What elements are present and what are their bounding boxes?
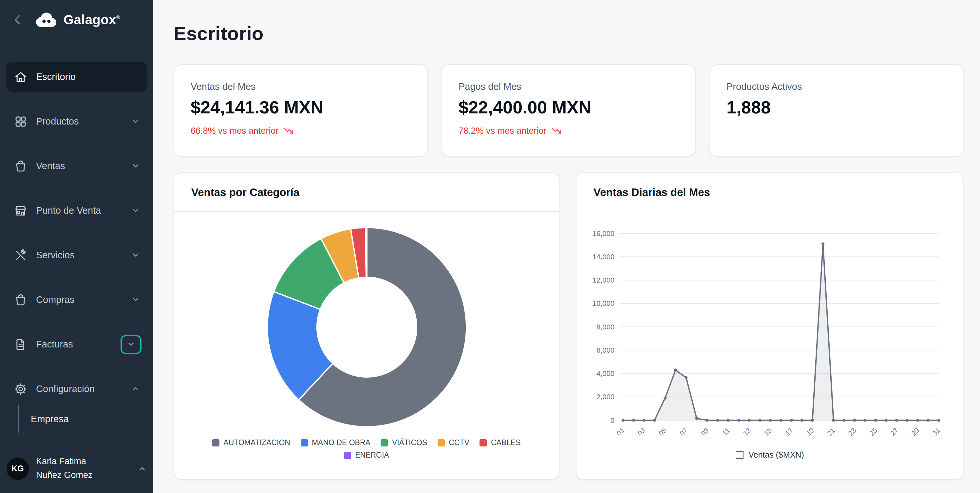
donut-legend-item[interactable]: ENERGIA xyxy=(344,452,389,459)
svg-text:07: 07 xyxy=(678,426,689,437)
shopping-bag-icon xyxy=(14,293,27,306)
svg-text:27: 27 xyxy=(889,426,899,437)
legend-checkbox[interactable] xyxy=(735,452,743,459)
line-chart-point[interactable] xyxy=(695,417,698,420)
user-menu[interactable]: KG Karla Fatima Nuñez Gomez xyxy=(6,455,148,482)
line-chart-point[interactable] xyxy=(906,419,908,422)
registered-mark: ® xyxy=(116,14,120,20)
page-title: Escritorio xyxy=(173,23,964,45)
line-chart-point[interactable] xyxy=(663,397,667,400)
sidebar-item-productos[interactable]: Productos xyxy=(6,106,147,136)
line-chart-legend[interactable]: Ventas ($MXN) xyxy=(576,451,963,460)
legend-swatch-icon xyxy=(301,439,308,447)
line-chart-point[interactable] xyxy=(895,419,898,422)
sidebar-item-ventas[interactable]: Ventas xyxy=(6,151,147,181)
stat-value: $24,141.36 MXN xyxy=(191,98,411,118)
sidebar-top: Galagox® xyxy=(0,0,153,29)
svg-text:14,000: 14,000 xyxy=(592,253,614,261)
sidebar-item-configuracion[interactable]: Configuración xyxy=(6,374,147,404)
line-chart-point[interactable] xyxy=(779,419,782,422)
trending-down-icon xyxy=(551,126,562,137)
donut-chart[interactable] xyxy=(258,219,475,436)
line-chart-point[interactable] xyxy=(706,419,708,422)
line-chart-point[interactable] xyxy=(632,419,635,422)
legend-swatch-icon xyxy=(381,439,388,447)
line-chart-point[interactable] xyxy=(916,419,919,422)
sidebar-item-punto-de-venta[interactable]: Punto de Venta xyxy=(6,195,147,225)
stat-value: $22,400.00 MXN xyxy=(458,98,679,118)
line-chart-point[interactable] xyxy=(937,419,940,422)
stat-cards: Ventas del Mes $24,141.36 MXN 66.8% vs m… xyxy=(173,65,964,157)
svg-text:21: 21 xyxy=(826,426,837,437)
donut-chart-card: Ventas por Categoría AUTOMATIZACIONMANO … xyxy=(173,173,560,480)
back-chevron-icon[interactable] xyxy=(11,13,25,27)
line-chart-point[interactable] xyxy=(643,419,646,422)
shopping-bag-icon xyxy=(14,159,27,173)
line-chart-point[interactable] xyxy=(737,419,740,422)
line-chart-point[interactable] xyxy=(653,419,656,422)
storefront-icon xyxy=(14,204,27,217)
svg-text:05: 05 xyxy=(657,426,668,437)
user-name-line1: Karla Fatima xyxy=(36,455,93,469)
line-chart-point[interactable] xyxy=(621,419,624,422)
donut-legend-item[interactable]: CABLES xyxy=(480,439,521,447)
avatar: KG xyxy=(6,458,29,480)
line-chart-point[interactable] xyxy=(874,419,877,422)
legend-row: AUTOMATIZACIONMANO DE OBRAVIÁTICOSCCTVCA… xyxy=(212,439,520,447)
line-chart-point[interactable] xyxy=(811,419,814,422)
sidebar-item-escritorio[interactable]: Escritorio xyxy=(6,62,147,92)
stat-value: 1,888 xyxy=(727,98,947,118)
line-chart-point[interactable] xyxy=(758,419,761,422)
sidebar-item-facturas[interactable]: Facturas xyxy=(6,329,147,359)
donut-legend-item[interactable]: MANO DE OBRA xyxy=(301,439,371,447)
chevron-up-icon xyxy=(136,463,148,475)
user-name: Karla Fatima Nuñez Gomez xyxy=(36,455,93,482)
line-chart-point[interactable] xyxy=(821,243,824,246)
line-chart-point[interactable] xyxy=(842,419,845,422)
line-chart-point[interactable] xyxy=(832,419,835,422)
stat-card-ventas-del-mes: Ventas del Mes $24,141.36 MXN 66.8% vs m… xyxy=(173,65,428,157)
sidebar-item-label: Configuración xyxy=(36,383,95,394)
facturas-expand-button[interactable] xyxy=(121,335,142,354)
line-chart[interactable]: 02,0004,0006,0008,00010,00012,00014,0001… xyxy=(576,212,964,443)
line-chart-point[interactable] xyxy=(769,419,772,422)
chevron-down-icon xyxy=(130,249,142,261)
svg-text:6,000: 6,000 xyxy=(597,346,614,354)
line-chart-point[interactable] xyxy=(716,419,719,422)
line-chart-point[interactable] xyxy=(885,419,888,422)
line-chart-point[interactable] xyxy=(674,369,677,372)
svg-text:25: 25 xyxy=(868,426,878,437)
svg-text:4,000: 4,000 xyxy=(597,370,614,378)
stat-label: Productos Activos xyxy=(727,81,947,92)
donut-legend-item[interactable]: AUTOMATIZACION xyxy=(212,439,290,447)
line-chart-point[interactable] xyxy=(800,419,803,422)
sidebar-item-servicios[interactable]: Servicios xyxy=(6,240,147,270)
line-chart-title: Ventas Diarias del Mes xyxy=(576,173,963,212)
line-chart-point[interactable] xyxy=(727,419,730,422)
stat-delta: 78.2% vs mes anterior xyxy=(458,126,679,137)
grid-icon xyxy=(14,115,27,128)
sidebar-item-compras[interactable]: Compras xyxy=(6,284,147,315)
sidebar-item-label: Facturas xyxy=(36,339,73,349)
line-chart-point[interactable] xyxy=(748,419,751,422)
stat-label: Pagos del Mes xyxy=(458,81,679,92)
line-chart-point[interactable] xyxy=(927,419,929,422)
donut-segment-energia[interactable] xyxy=(365,228,366,278)
legend-swatch-icon xyxy=(212,439,220,447)
donut-legend-item[interactable]: VIÁTICOS xyxy=(381,439,427,447)
sidebar-subnav: Empresa xyxy=(18,405,147,433)
sidebar-menu: Escritorio Productos Ventas xyxy=(0,62,153,404)
donut-legend-item[interactable]: CCTV xyxy=(438,439,469,447)
legend-text: CABLES xyxy=(491,439,521,447)
line-chart-point[interactable] xyxy=(790,419,793,422)
legend-text: CCTV xyxy=(449,439,469,447)
chart-cards: Ventas por Categoría AUTOMATIZACIONMANO … xyxy=(173,173,964,480)
sidebar-item-label: Ventas xyxy=(36,161,65,171)
sidebar-item-empresa[interactable]: Empresa xyxy=(31,414,69,424)
svg-text:15: 15 xyxy=(762,426,773,437)
line-chart-point[interactable] xyxy=(684,376,687,379)
svg-text:8,000: 8,000 xyxy=(597,323,614,331)
line-chart-point[interactable] xyxy=(853,419,856,422)
line-chart-point[interactable] xyxy=(863,419,866,422)
sidebar-item-label: Productos xyxy=(36,116,79,126)
